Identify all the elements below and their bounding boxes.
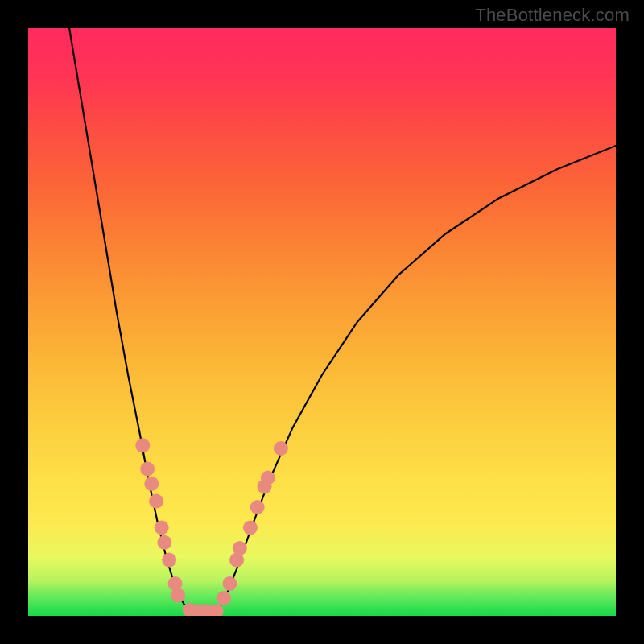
bead-marker [157,535,171,550]
bead-marker [135,438,150,452]
bead-marker [222,576,237,591]
chart-svg [28,28,616,616]
bead-marker [140,462,155,477]
bead-marker [217,591,231,605]
bead-marker [233,541,247,555]
bead-marker [274,441,288,456]
bead-marker [144,477,159,491]
bead-marker [171,588,185,603]
bead-marker [261,471,275,485]
outer-frame: TheBottleneck.com [0,0,644,644]
bead-marker [250,500,265,514]
watermark-text: TheBottleneck.com [475,5,630,26]
bead-marker [162,553,176,568]
curve-group [69,28,616,613]
bead-marker [243,521,258,535]
right-branch-path [217,146,616,613]
bead-marker [149,494,163,509]
plot-area [28,28,616,616]
left-branch-path [69,28,192,613]
beads-group [135,438,288,616]
bead-marker [155,521,169,535]
